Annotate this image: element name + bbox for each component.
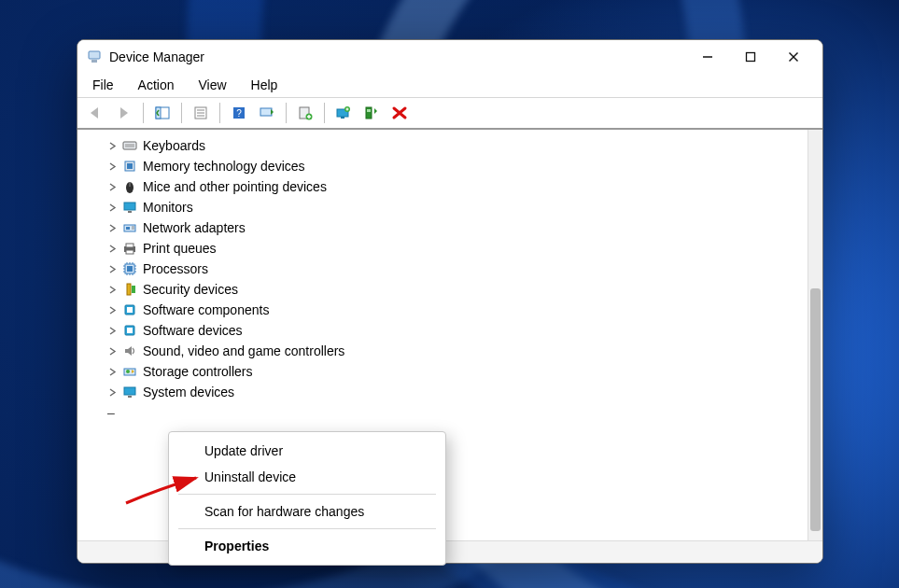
svg-rect-61 bbox=[128, 396, 132, 398]
tree-row-network[interactable]: Network adapters bbox=[105, 217, 804, 238]
tree-row-storage[interactable]: Storage controllers bbox=[105, 361, 804, 382]
printer-icon bbox=[122, 241, 137, 256]
chevron-right-icon[interactable] bbox=[105, 242, 119, 255]
svg-rect-26 bbox=[127, 163, 133, 169]
svg-rect-55 bbox=[127, 307, 133, 313]
tree-row-partial[interactable]: – bbox=[105, 402, 804, 423]
tree-row-system-devices[interactable]: System devices bbox=[105, 382, 804, 402]
toolbar: ? bbox=[77, 98, 822, 130]
tree-item-label: Print queues bbox=[143, 238, 217, 259]
toolbar-show-hide-tree-button[interactable] bbox=[149, 101, 176, 125]
chevron-right-icon[interactable] bbox=[105, 324, 119, 337]
toolbar-update-driver-button[interactable] bbox=[330, 101, 357, 125]
monitor-icon bbox=[122, 200, 137, 215]
toolbar-forward-button[interactable] bbox=[111, 101, 137, 125]
tree-item-label: – bbox=[107, 402, 115, 423]
toolbar-help-button[interactable]: ? bbox=[226, 101, 252, 125]
context-menu-properties[interactable]: Properties bbox=[169, 533, 445, 559]
svg-rect-52 bbox=[127, 284, 131, 295]
close-button[interactable] bbox=[772, 40, 815, 74]
cpu-icon bbox=[122, 261, 137, 276]
context-menu-separator bbox=[178, 528, 436, 529]
app-icon bbox=[87, 49, 102, 64]
minimize-button[interactable] bbox=[686, 40, 729, 74]
menu-help[interactable]: Help bbox=[247, 76, 282, 94]
tree-item-label: Software components bbox=[143, 300, 269, 320]
context-menu-update-driver[interactable]: Update driver bbox=[169, 438, 445, 464]
chevron-right-icon[interactable] bbox=[105, 344, 119, 357]
svg-rect-30 bbox=[128, 211, 132, 213]
network-adapter-icon bbox=[122, 220, 137, 235]
svg-rect-29 bbox=[124, 203, 135, 210]
tree-row-sound[interactable]: Sound, video and game controllers bbox=[105, 341, 804, 361]
svg-rect-39 bbox=[127, 266, 133, 272]
tree-item-label: Memory technology devices bbox=[143, 156, 305, 176]
tree-row-processors[interactable]: Processors bbox=[105, 259, 804, 279]
chevron-right-icon[interactable] bbox=[105, 221, 119, 234]
svg-rect-3 bbox=[747, 53, 755, 62]
svg-rect-37 bbox=[126, 250, 133, 254]
tree-row-mice[interactable]: Mice and other pointing devices bbox=[105, 176, 804, 197]
chevron-right-icon[interactable] bbox=[105, 201, 119, 214]
toolbar-separator bbox=[181, 103, 182, 123]
tree-item-label: Software devices bbox=[143, 320, 243, 341]
svg-rect-22 bbox=[123, 142, 136, 149]
svg-rect-60 bbox=[124, 387, 135, 395]
toolbar-scan-hardware-button[interactable] bbox=[254, 101, 280, 125]
chevron-right-icon[interactable] bbox=[105, 180, 119, 193]
chevron-right-icon[interactable] bbox=[105, 385, 119, 399]
keyboard-icon bbox=[122, 138, 137, 153]
scroll-thumb[interactable] bbox=[810, 288, 821, 531]
tree-item-label: Processors bbox=[143, 259, 208, 279]
toolbar-uninstall-device-button[interactable] bbox=[358, 101, 385, 125]
vertical-scrollbar[interactable] bbox=[808, 130, 822, 540]
svg-rect-36 bbox=[126, 244, 133, 247]
tree-row-memory-tech[interactable]: Memory technology devices bbox=[105, 156, 804, 176]
context-menu-uninstall-device[interactable]: Uninstall device bbox=[169, 464, 445, 490]
tree-row-keyboards[interactable]: Keyboards bbox=[105, 135, 804, 156]
window-title: Device Manager bbox=[109, 49, 204, 64]
tree-item-label: Network adapters bbox=[143, 217, 246, 238]
svg-rect-18 bbox=[341, 117, 344, 119]
tree-item-label: Storage controllers bbox=[143, 361, 253, 382]
titlebar[interactable]: Device Manager bbox=[77, 40, 822, 74]
svg-rect-20 bbox=[366, 107, 372, 119]
toolbar-separator bbox=[143, 103, 144, 123]
tree-item-label: Security devices bbox=[143, 279, 238, 300]
tree-item-label: Mice and other pointing devices bbox=[143, 176, 327, 197]
memory-chip-icon bbox=[122, 159, 137, 174]
chevron-right-icon[interactable] bbox=[105, 283, 119, 296]
mouse-icon bbox=[122, 179, 137, 194]
toolbar-add-legacy-hardware-button[interactable] bbox=[292, 101, 318, 125]
tree-item-label: Monitors bbox=[143, 197, 193, 217]
toolbar-back-button[interactable] bbox=[83, 101, 109, 125]
chevron-right-icon[interactable] bbox=[105, 303, 119, 316]
system-device-icon bbox=[122, 385, 137, 399]
tree-row-software-components[interactable]: Software components bbox=[105, 300, 804, 320]
chevron-right-icon[interactable] bbox=[105, 365, 119, 378]
menu-file[interactable]: File bbox=[89, 76, 118, 94]
svg-rect-21 bbox=[367, 109, 371, 112]
software-icon bbox=[122, 323, 137, 338]
maximize-button[interactable] bbox=[729, 40, 772, 74]
toolbar-properties-button[interactable] bbox=[188, 101, 214, 125]
context-menu-separator bbox=[178, 494, 436, 495]
tree-row-print-queues[interactable]: Print queues bbox=[105, 238, 804, 259]
menu-view[interactable]: View bbox=[194, 76, 230, 94]
window-controls bbox=[686, 40, 815, 74]
toolbar-disable-device-button[interactable] bbox=[386, 101, 413, 125]
toolbar-separator bbox=[324, 103, 325, 123]
tree-row-software-devices[interactable]: Software devices bbox=[105, 320, 804, 341]
tree-item-label: System devices bbox=[143, 382, 234, 402]
chevron-right-icon[interactable] bbox=[105, 262, 119, 275]
menubar: File Action View Help bbox=[77, 74, 822, 98]
tree-row-monitors[interactable]: Monitors bbox=[105, 197, 804, 217]
tree-row-security[interactable]: Security devices bbox=[105, 279, 804, 300]
svg-point-59 bbox=[126, 370, 130, 373]
chevron-right-icon[interactable] bbox=[105, 160, 119, 173]
menu-action[interactable]: Action bbox=[134, 76, 178, 94]
context-menu-scan-hardware[interactable]: Scan for hardware changes bbox=[169, 498, 445, 525]
storage-controller-icon bbox=[122, 364, 137, 379]
chevron-right-icon[interactable] bbox=[105, 139, 119, 152]
svg-rect-14 bbox=[260, 108, 272, 116]
